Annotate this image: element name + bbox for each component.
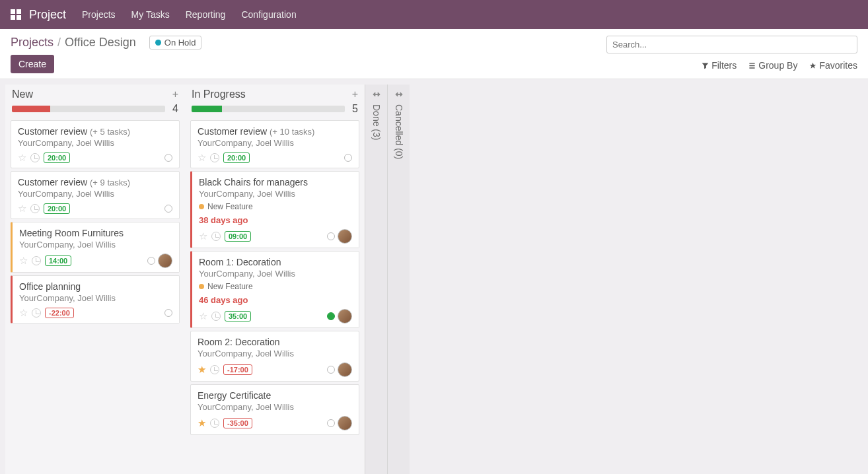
breadcrumb-root[interactable]: Projects <box>11 36 54 50</box>
menu-my-tasks[interactable]: My Tasks <box>131 9 170 20</box>
card-subtask-count: (+ 9 tasks) <box>90 178 130 187</box>
filter-icon <box>702 62 709 69</box>
card-title: Energy Certificate <box>198 390 271 401</box>
breadcrumb-current: Office Design <box>65 36 136 50</box>
svg-rect-2 <box>11 15 15 20</box>
search-input[interactable] <box>606 36 857 53</box>
kanban-card[interactable]: Office planningYourCompany, Joel Willis☆… <box>11 275 180 323</box>
clock-icon[interactable] <box>211 312 221 321</box>
priority-star-icon[interactable]: ☆ <box>18 152 26 164</box>
favorites-button[interactable]: Favorites <box>809 60 857 71</box>
column-progress-bar <box>192 106 345 112</box>
card-subtask-count: (+ 5 tasks) <box>90 127 130 137</box>
card-company: YourCompany, Joel Willis <box>18 189 172 199</box>
kanban-card[interactable]: Meeting Room FurnituresYourCompany, Joel… <box>11 222 180 273</box>
assignee-avatar[interactable] <box>338 229 352 244</box>
kanban-state-icon[interactable] <box>327 366 335 374</box>
menu-projects[interactable]: Projects <box>82 9 116 20</box>
card-title: Office planning <box>19 281 81 292</box>
apps-icon[interactable] <box>11 9 21 20</box>
priority-star-icon[interactable]: ☆ <box>199 230 207 242</box>
assignee-avatar[interactable] <box>338 309 352 323</box>
status-pill[interactable]: On Hold <box>149 36 202 50</box>
card-title: Room 2: Decoration <box>198 337 280 347</box>
kanban-state-icon[interactable] <box>327 232 335 240</box>
tag-dot-icon <box>199 284 204 289</box>
clock-icon[interactable] <box>32 256 41 265</box>
priority-star-icon[interactable]: ☆ <box>198 152 206 164</box>
clock-icon[interactable] <box>210 365 219 374</box>
topbar: Project Projects My Tasks Reporting Conf… <box>0 0 868 29</box>
clock-icon[interactable] <box>210 153 219 162</box>
time-badge: 20:00 <box>44 203 70 214</box>
card-company: YourCompany, Joel Willis <box>199 269 352 279</box>
assignee-avatar[interactable] <box>338 416 352 430</box>
clock-icon[interactable] <box>211 232 221 241</box>
assignee-avatar[interactable] <box>338 362 352 377</box>
kanban-card[interactable]: Room 2: DecorationYourCompany, Joel Will… <box>190 331 359 382</box>
card-overdue: 46 days ago <box>199 295 352 305</box>
card-company: YourCompany, Joel Willis <box>19 240 172 250</box>
clock-icon[interactable] <box>32 308 41 318</box>
time-badge: 20:00 <box>223 152 250 163</box>
card-title: Customer review <box>18 177 87 187</box>
kanban-card[interactable]: Customer review(+ 10 tasks)YourCompany, … <box>190 120 359 168</box>
card-title: Meeting Room Furnitures <box>19 228 124 238</box>
create-button[interactable]: Create <box>11 55 54 73</box>
card-tag: New Feature <box>199 282 253 291</box>
card-title: Black Chairs for managers <box>199 177 308 187</box>
priority-star-icon[interactable]: ★ <box>198 417 206 429</box>
card-company: YourCompany, Joel Willis <box>198 138 352 148</box>
groupby-button[interactable]: Group By <box>748 60 797 71</box>
folded-column[interactable]: Done (3) <box>365 85 387 474</box>
star-icon <box>809 62 816 69</box>
priority-star-icon[interactable]: ☆ <box>199 310 207 322</box>
kanban-state-icon[interactable] <box>164 154 172 162</box>
time-badge: -35:00 <box>223 418 252 428</box>
kanban-state-icon[interactable] <box>147 257 155 265</box>
svg-rect-1 <box>17 9 21 14</box>
kanban-card[interactable]: Customer review(+ 5 tasks)YourCompany, J… <box>11 120 180 168</box>
app-name[interactable]: Project <box>29 8 66 22</box>
clock-icon[interactable] <box>30 153 40 162</box>
card-company: YourCompany, Joel Willis <box>198 402 352 412</box>
menu-configuration[interactable]: Configuration <box>241 9 296 20</box>
kanban-state-icon[interactable] <box>164 205 172 213</box>
card-subtask-count: (+ 10 tasks) <box>270 127 314 137</box>
column-add-icon[interactable]: + <box>172 88 178 100</box>
priority-star-icon[interactable]: ★ <box>198 364 206 376</box>
time-badge: -17:00 <box>223 364 252 375</box>
kanban-card[interactable]: Customer review(+ 9 tasks)YourCompany, J… <box>11 171 180 219</box>
clock-icon[interactable] <box>30 204 40 213</box>
card-title: Room 1: Decoration <box>199 257 281 267</box>
kanban-state-icon[interactable] <box>344 154 352 162</box>
time-badge: 35:00 <box>225 311 251 322</box>
card-company: YourCompany, Joel Willis <box>199 189 352 199</box>
card-title: Customer review <box>18 126 87 137</box>
kanban-card[interactable]: Room 1: DecorationYourCompany, Joel Will… <box>190 251 359 328</box>
folded-column-label: Done (3) <box>371 104 382 140</box>
priority-star-icon[interactable]: ☆ <box>18 203 26 215</box>
folded-column[interactable]: Cancelled (0) <box>387 85 410 474</box>
folded-column-label: Cancelled (0) <box>394 104 404 159</box>
column-title: In Progress <box>192 88 246 100</box>
card-tag: New Feature <box>199 202 253 211</box>
kanban-card[interactable]: Energy CertificateYourCompany, Joel Will… <box>190 384 359 435</box>
kanban-state-icon[interactable] <box>164 309 172 317</box>
card-title: Customer review <box>198 126 267 137</box>
kanban-card[interactable]: Black Chairs for managersYourCompany, Jo… <box>190 171 359 248</box>
kanban-column: New+4Customer review(+ 5 tasks)YourCompa… <box>5 85 185 474</box>
filters-button[interactable]: Filters <box>702 60 737 71</box>
card-company: YourCompany, Joel Willis <box>198 349 352 358</box>
priority-star-icon[interactable]: ☆ <box>19 255 28 267</box>
kanban-state-icon[interactable] <box>327 419 335 427</box>
card-company: YourCompany, Joel Willis <box>18 138 172 148</box>
menu-reporting[interactable]: Reporting <box>186 9 226 20</box>
column-add-icon[interactable]: + <box>352 88 358 100</box>
kanban-state-icon[interactable] <box>327 312 335 320</box>
assignee-avatar[interactable] <box>158 254 172 268</box>
clock-icon[interactable] <box>210 419 219 428</box>
time-badge: -22:00 <box>45 308 74 318</box>
priority-star-icon[interactable]: ☆ <box>19 307 28 319</box>
status-label: On Hold <box>164 38 196 48</box>
